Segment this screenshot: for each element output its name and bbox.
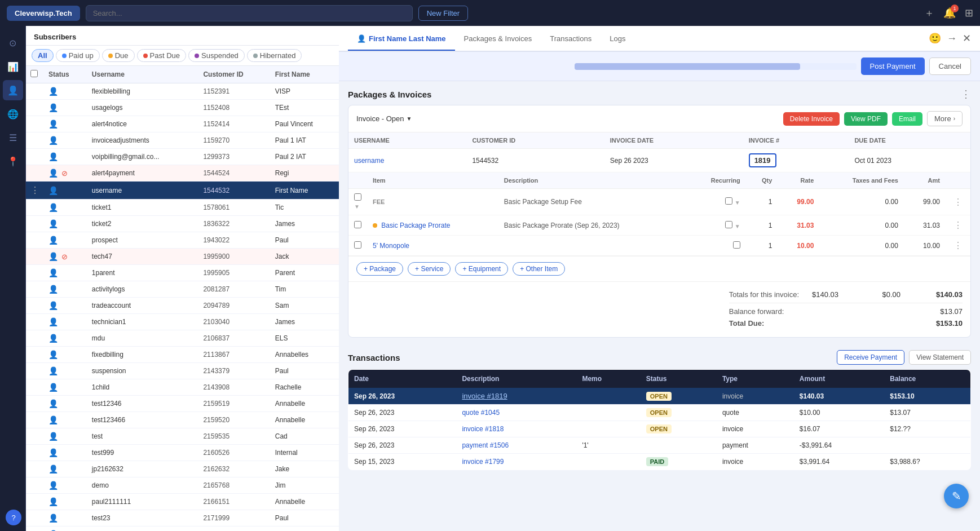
view-statement-button[interactable]: View Statement — [909, 350, 971, 365]
email-button[interactable]: Email — [892, 112, 922, 126]
username-cell[interactable]: aa2172013 — [87, 526, 199, 532]
username-cell[interactable]: demo — [87, 477, 199, 494]
tab-transactions[interactable]: Transactions — [541, 28, 601, 51]
username-cell[interactable]: username — [87, 182, 199, 200]
filter-tab-past-due[interactable]: Past Due — [137, 49, 186, 62]
username-cell[interactable]: 1child — [87, 379, 199, 396]
search-input[interactable] — [86, 5, 413, 21]
table-row[interactable]: ⋮ 👤 username 1544532 First Name — [26, 182, 339, 200]
username-cell[interactable]: test123466 — [87, 412, 199, 428]
username-cell[interactable]: invoiceadjustments — [87, 132, 199, 149]
username-cell[interactable]: ticket1 — [87, 200, 199, 216]
trans-description-cell[interactable]: payment #1506 — [456, 437, 576, 454]
username-cell[interactable]: mdu — [87, 330, 199, 347]
table-row[interactable]: 👤 1child 2143908 Rachelle — [26, 379, 339, 396]
username-cell[interactable]: jp2162632 — [87, 461, 199, 477]
recurring-checkbox[interactable] — [733, 241, 740, 249]
username-cell[interactable]: technician1 — [87, 314, 199, 330]
floating-action-button[interactable]: ✎ — [944, 484, 969, 508]
table-row[interactable]: 👤 usagelogs 1152408 TEst — [26, 100, 339, 116]
item-link[interactable]: 5' Monopole — [373, 242, 409, 250]
item-row-menu-button[interactable]: ⋮ — [951, 220, 965, 231]
filter-tab-all[interactable]: All — [32, 49, 54, 62]
username-cell[interactable]: test12346 — [87, 396, 199, 412]
item-row-menu-button[interactable]: ⋮ — [951, 240, 965, 251]
table-row[interactable]: 👤 jp2162632 2162632 Jake — [26, 461, 339, 477]
recurring-checkbox[interactable] — [725, 197, 732, 205]
item-checkbox[interactable] — [354, 241, 361, 249]
table-row[interactable]: 👤 test 2159535 Cad — [26, 428, 339, 445]
filter-tab-paid-up[interactable]: Paid up — [56, 49, 100, 62]
tab-first-name-last-name[interactable]: 👤 First Name Last Name — [348, 28, 455, 51]
filter-tab-hibernated[interactable]: Hibernated — [247, 49, 302, 62]
table-row[interactable]: 👤 tradeaccount 2094789 Sam — [26, 298, 339, 314]
invoice-username-link[interactable]: username — [354, 157, 384, 165]
tab-packages-invoices[interactable]: Packages & Invoices — [455, 28, 541, 51]
table-row[interactable]: 👤 test999 2160526 Internal — [26, 445, 339, 461]
sidebar-chart-icon[interactable]: 📊 — [3, 56, 23, 77]
add-package-button[interactable]: + Package — [356, 262, 403, 276]
trans-description-cell[interactable]: quote #1045 — [456, 405, 576, 421]
logo-button[interactable]: Cleverwisp.Tech — [7, 6, 80, 21]
sidebar-list-icon[interactable]: ☰ — [3, 127, 23, 148]
packages-section-menu-button[interactable]: ⋮ — [961, 88, 971, 100]
table-row[interactable]: 👤 flexiblebilling 1152391 VISP — [26, 83, 339, 100]
trans-description-link[interactable]: quote #1045 — [462, 409, 500, 417]
table-row[interactable]: 👤 fixedbilling 2113867 Annabelles — [26, 347, 339, 363]
more-button[interactable]: More › — [927, 111, 963, 126]
help-button[interactable]: ? — [6, 510, 21, 525]
username-cell[interactable]: voipbilling@gmail.co... — [87, 149, 199, 165]
trans-description-link[interactable]: payment #1506 — [462, 441, 509, 449]
username-cell[interactable]: prospect — [87, 232, 199, 249]
table-row[interactable]: 👤 ticket2 1836322 James — [26, 216, 339, 232]
transaction-row[interactable]: Sep 26, 2023 payment #1506 '1' payment -… — [348, 437, 971, 454]
trans-description-cell[interactable]: invoice #1818 — [456, 421, 576, 437]
trans-description-link[interactable]: invoice #1819 — [462, 392, 507, 400]
sidebar-map-icon[interactable]: 📍 — [3, 151, 23, 171]
table-row[interactable]: 👤 ⊘ alert4payment 1544524 Regi — [26, 165, 339, 182]
row-three-dot[interactable]: ⋮ — [30, 185, 39, 195]
table-row[interactable]: 👤 suspension 2143379 Paul — [26, 363, 339, 379]
add-service-button[interactable]: + Service — [408, 262, 451, 276]
notification-button[interactable]: 🔔 1 — [943, 7, 956, 19]
username-cell[interactable]: 1parent — [87, 265, 199, 281]
transaction-row[interactable]: Sep 26, 2023 quote #1045 OPEN quote $10.… — [348, 405, 971, 421]
item-link[interactable]: Basic Package Prorate — [381, 222, 450, 229]
new-filter-button[interactable]: New Filter — [418, 6, 469, 21]
table-row[interactable]: 👤 activitylogs 2081287 Tim — [26, 281, 339, 298]
username-cell[interactable]: test — [87, 428, 199, 445]
view-pdf-button[interactable]: View PDF — [844, 112, 888, 126]
username-cell[interactable]: activitylogs — [87, 281, 199, 298]
cancel-button[interactable]: Cancel — [929, 57, 971, 75]
transaction-row[interactable]: Sep 15, 2023 invoice #1799 PAID invoice … — [348, 454, 971, 470]
username-cell[interactable]: fixedbilling — [87, 347, 199, 363]
item-row-menu-button[interactable]: ⋮ — [951, 197, 965, 207]
table-row[interactable]: 👤 1parent 1995905 Parent — [26, 265, 339, 281]
username-cell[interactable]: ticket2 — [87, 216, 199, 232]
table-row[interactable]: 👤 test12346 2159519 Annabelle — [26, 396, 339, 412]
username-cell[interactable]: test999 — [87, 445, 199, 461]
item-checkbox[interactable] — [354, 221, 361, 228]
table-row[interactable]: 👤 technician1 2103040 James — [26, 314, 339, 330]
table-row[interactable]: 👤 ⊘ tech47 1995900 Jack — [26, 249, 339, 265]
item-checkbox[interactable] — [354, 193, 361, 201]
table-row[interactable]: 👤 aa2172013 2172013 aa — [26, 526, 339, 532]
select-all-checkbox[interactable] — [30, 70, 38, 77]
username-cell[interactable]: tradeaccount — [87, 298, 199, 314]
table-row[interactable]: 👤 demo 2165768 Jim — [26, 477, 339, 494]
recurring-checkbox[interactable] — [725, 221, 732, 228]
username-cell[interactable]: alert4notice — [87, 116, 199, 132]
post-payment-button[interactable]: Post Payment — [861, 57, 925, 75]
close-detail-button[interactable]: ✕ — [963, 32, 971, 45]
username-cell[interactable]: alert4payment — [87, 165, 199, 182]
username-cell[interactable]: paul2111111 — [87, 494, 199, 510]
sidebar-users-icon[interactable]: 👤 — [3, 80, 23, 100]
username-cell[interactable]: suspension — [87, 363, 199, 379]
table-row[interactable]: 👤 paul2111111 2166151 Annabelle — [26, 494, 339, 510]
username-cell[interactable]: tech47 — [87, 249, 199, 265]
delete-invoice-button[interactable]: Delete Invoice — [783, 112, 840, 126]
table-row[interactable]: 👤 invoiceadjustments 1159270 Paul 1 IAT — [26, 132, 339, 149]
table-row[interactable]: 👤 voipbilling@gmail.co... 1299373 Paul 2… — [26, 149, 339, 165]
table-row[interactable]: 👤 prospect 1943022 Paul — [26, 232, 339, 249]
table-row[interactable]: 👤 ticket1 1578061 Tic — [26, 200, 339, 216]
